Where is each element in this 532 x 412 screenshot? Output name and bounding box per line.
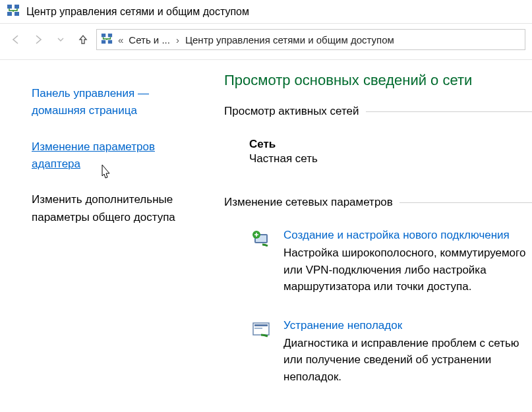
main-panel: Просмотр основных сведений о сети Просмо…	[218, 72, 532, 409]
svg-rect-12	[254, 324, 268, 326]
svg-rect-7	[108, 40, 112, 43]
breadcrumb-seg-network[interactable]: Сеть и ...	[129, 34, 170, 45]
titlebar: Центр управления сетями и общим доступом	[0, 0, 532, 24]
setup-connection-link[interactable]: Создание и настройка нового подключения	[283, 229, 510, 241]
network-center-icon	[101, 33, 113, 47]
nav-recent-button[interactable]	[51, 30, 70, 49]
window-title: Центр управления сетями и общим доступом	[26, 6, 249, 18]
active-networks-section: Просмотр активных сетей	[224, 105, 532, 118]
breadcrumb-seg-current[interactable]: Центр управления сетями и общим доступом	[185, 34, 394, 45]
nav-back-button[interactable]	[7, 30, 25, 49]
network-center-icon	[7, 4, 20, 19]
change-settings-section: Изменение сетевых параметров	[224, 196, 532, 209]
svg-rect-3	[15, 12, 19, 16]
content-area: Панель управления — домашняя страница Из…	[0, 60, 532, 409]
change-sharing-settings-link[interactable]: Изменить дополнительные параметры общего…	[32, 193, 175, 223]
change-settings-label: Изменение сетевых параметров	[224, 196, 393, 209]
svg-rect-2	[7, 12, 12, 16]
network-entry: Сеть Частная сеть	[224, 138, 532, 165]
nav-up-button[interactable]	[74, 30, 92, 49]
sidebar: Панель управления — домашняя страница Из…	[0, 72, 218, 409]
chevron-right-icon[interactable]: ›	[174, 34, 181, 45]
change-adapter-settings-link[interactable]: Изменение параметров адаптера	[32, 140, 155, 170]
network-type: Частная сеть	[249, 152, 532, 165]
page-heading: Просмотр основных сведений о сети	[224, 72, 532, 89]
breadcrumb-root[interactable]: «	[117, 34, 125, 45]
control-panel-home-link[interactable]: Панель управления — домашняя страница	[32, 87, 149, 117]
address-bar[interactable]: « Сеть и ... › Центр управления сетями и…	[96, 29, 525, 50]
troubleshoot-link[interactable]: Устранение неполадок	[283, 319, 402, 332]
svg-rect-1	[15, 5, 19, 9]
nav-forward-button[interactable]	[29, 30, 47, 49]
svg-rect-5	[108, 33, 112, 36]
troubleshoot-desc: Диагностика и исправление проблем с сеть…	[283, 335, 532, 386]
svg-rect-0	[7, 5, 12, 9]
svg-rect-6	[102, 40, 105, 43]
network-name: Сеть	[249, 138, 532, 151]
troubleshoot-icon	[251, 319, 272, 340]
divider	[399, 202, 532, 203]
troubleshoot-item[interactable]: Устранение неполадок Диагностика и испра…	[224, 319, 532, 386]
setup-connection-item[interactable]: Создание и настройка нового подключения …	[224, 229, 532, 295]
active-networks-label: Просмотр активных сетей	[224, 105, 359, 118]
divider	[366, 111, 532, 112]
svg-rect-13	[254, 328, 262, 329]
setup-connection-desc: Настройка широкополосного, коммутируемог…	[283, 245, 532, 295]
setup-connection-icon	[251, 229, 272, 250]
svg-rect-4	[102, 33, 105, 36]
navbar: « Сеть и ... › Центр управления сетями и…	[0, 24, 532, 60]
